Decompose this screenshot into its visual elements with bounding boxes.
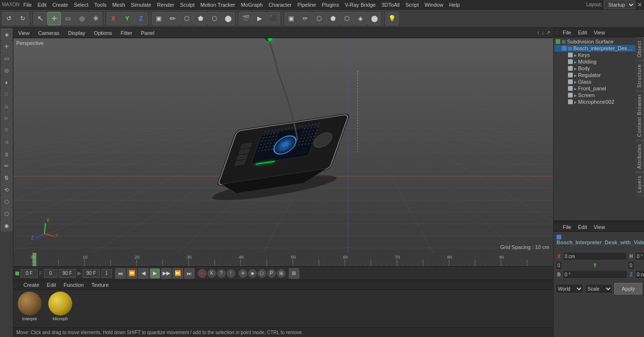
menu-item-tools[interactable]: Tools xyxy=(91,1,109,8)
mat-drag-handle[interactable]: :: xyxy=(15,283,18,287)
obj-tool-4[interactable]: ⬟ xyxy=(194,12,207,25)
current-frame-input[interactable] xyxy=(21,269,38,278)
coord-b-input-r[interactable] xyxy=(563,270,627,279)
vp-tab-view[interactable]: View xyxy=(16,29,32,37)
viewport[interactable]: Perspective Grid Spacing : 10 cm xyxy=(13,38,553,253)
close-icon[interactable]: ✕ xyxy=(637,1,642,8)
lt-hex1[interactable]: ⬡ xyxy=(1,196,12,207)
world-select[interactable]: World xyxy=(556,284,583,294)
timeline-ruler[interactable] xyxy=(13,253,553,266)
obj-tool-6[interactable]: ⬤ xyxy=(221,12,235,25)
attr-menu-file[interactable]: File xyxy=(561,224,573,230)
auto-key-btn[interactable]: K xyxy=(207,269,216,278)
add-tool[interactable]: ✙ xyxy=(89,12,102,25)
lt-poly[interactable]: ▲ xyxy=(1,76,12,88)
vtab-attributes[interactable]: Attributes xyxy=(635,141,644,172)
tree-item-keys[interactable]: ▸Keys●● xyxy=(555,52,643,58)
undo-button[interactable]: ↺ xyxy=(2,12,15,25)
coord-x-input[interactable] xyxy=(563,252,627,261)
tree-item-screen[interactable]: ▸Screen●● xyxy=(555,92,643,98)
rotate-tool[interactable]: ◎ xyxy=(75,12,88,25)
key-q-btn[interactable]: ? xyxy=(217,269,226,278)
menu-item-pipeline[interactable]: Pipeline xyxy=(295,1,319,8)
x-axis-btn[interactable]: X xyxy=(107,12,120,25)
material-swatch-microph[interactable]: Microph xyxy=(46,292,75,323)
vp-ctrl-1[interactable]: ↕ xyxy=(537,30,540,36)
lt-circ[interactable]: ◉ xyxy=(1,220,12,231)
attr-menu-view[interactable]: View xyxy=(592,224,607,230)
deform-btn[interactable]: ⬟ xyxy=(326,12,339,25)
apply-button[interactable]: Apply xyxy=(614,283,642,294)
frame-offset-input[interactable] xyxy=(44,269,57,278)
obj-tool-1[interactable]: ▣ xyxy=(152,12,165,25)
fps-val-input[interactable] xyxy=(101,269,112,278)
tree-item-microphone002[interactable]: ▸Microphone002●● xyxy=(555,98,643,105)
tree-item-molding[interactable]: ▸Molding●● xyxy=(555,58,643,65)
fps-end-input[interactable] xyxy=(83,269,100,278)
select-tool[interactable]: ↖ xyxy=(33,12,47,25)
field-btn[interactable]: ◈ xyxy=(354,12,367,25)
vp-ctrl-3[interactable]: ↗ xyxy=(546,30,550,36)
tree-item-body[interactable]: ▸Body●● xyxy=(555,65,643,72)
om-menu-edit[interactable]: Edit xyxy=(576,29,589,36)
mode-all-btn[interactable]: ✛ xyxy=(239,269,247,278)
effector-btn[interactable]: ⬡ xyxy=(340,12,353,25)
tree-item-regulator[interactable]: ▸Regulator●● xyxy=(555,72,643,78)
attr-menu-edit[interactable]: Edit xyxy=(576,224,589,230)
mode-grid-btn[interactable]: ⊞ xyxy=(277,269,285,278)
light-btn[interactable]: 💡 xyxy=(385,12,399,25)
lt-sel1[interactable]: ◁ xyxy=(1,136,12,148)
menu-item-simulate[interactable]: Simulate xyxy=(128,1,154,8)
menu-item-help[interactable]: Help xyxy=(446,1,463,8)
obj-tool-3[interactable]: ⬡ xyxy=(180,12,193,25)
next-1-btn[interactable]: ▶▶ xyxy=(161,268,172,279)
vp-tab-filter[interactable]: Filter xyxy=(119,29,134,37)
mat-menu-create[interactable]: Create xyxy=(22,282,41,288)
lt-model[interactable]: ◈ xyxy=(1,29,12,40)
mode-p-btn[interactable]: P xyxy=(267,269,276,278)
menu-item-3dtoall[interactable]: 3DToAll xyxy=(379,1,403,8)
expand-pb-btn[interactable]: ⊞ xyxy=(289,268,299,279)
lt-rotate[interactable]: ◎ xyxy=(1,65,12,76)
menu-item-window[interactable]: Window xyxy=(422,1,446,8)
om-menu-view[interactable]: View xyxy=(592,29,607,36)
vp-tab-display[interactable]: Display xyxy=(66,29,87,37)
lt-scale[interactable]: ▭ xyxy=(1,53,12,64)
menu-item-mograph[interactable]: MoGraph xyxy=(238,1,266,8)
lt-obj[interactable]: ▽ xyxy=(1,124,12,136)
layout-select[interactable]: Startup xyxy=(604,0,635,9)
vp-tab-options[interactable]: Options xyxy=(92,29,114,37)
scene-btn[interactable]: ⬤ xyxy=(368,12,381,25)
menu-item-v-ray-bridge[interactable]: V-Ray Bridge xyxy=(342,1,379,8)
prev-1-btn[interactable]: ◀ xyxy=(138,268,149,279)
goto-end-btn[interactable]: ⏭ xyxy=(184,268,195,279)
lt-anim[interactable]: ⧖ xyxy=(1,148,12,160)
tree-item-parent[interactable]: ⊞Bosch_interpreter_Desk_with_Vic●● xyxy=(555,45,643,52)
vp-tab-cameras[interactable]: Cameras xyxy=(36,29,62,37)
mode-sel-btn[interactable]: ■ xyxy=(248,269,257,278)
key-info-btn[interactable]: ! xyxy=(227,269,235,278)
obj-tool-5[interactable]: ⬡ xyxy=(207,12,221,25)
menu-item-edit[interactable]: Edit xyxy=(34,1,49,8)
next-frame-btn[interactable]: ⏩ xyxy=(173,268,183,279)
vp-ctrl-2[interactable]: ↓ xyxy=(542,30,545,36)
move-tool[interactable]: ✛ xyxy=(47,12,61,25)
coord-h-input[interactable] xyxy=(635,252,644,261)
lt-point[interactable]: △ xyxy=(1,100,12,112)
tree-item-glass[interactable]: ▸Glass●● xyxy=(555,78,643,85)
nurbs-btn[interactable]: ⬡ xyxy=(312,12,326,25)
render-btn-3[interactable]: ⬛ xyxy=(267,12,280,25)
menu-item-script[interactable]: Script xyxy=(403,1,422,8)
om-drag-handle[interactable]: :: xyxy=(556,30,558,35)
vtab-object[interactable]: Object xyxy=(635,37,644,61)
attr-drag-handle[interactable]: :: xyxy=(556,225,558,229)
mat-menu-function[interactable]: Function xyxy=(62,282,86,288)
lt-hex2[interactable]: ⬡ xyxy=(1,208,12,219)
spline-btn[interactable]: ✏ xyxy=(298,12,312,25)
vp-tab-panel[interactable]: Panel xyxy=(139,29,156,37)
menu-item-sculpt[interactable]: Sculpt xyxy=(177,1,197,8)
obj-tool-2[interactable]: ✏ xyxy=(166,12,179,25)
menu-item-file[interactable]: File xyxy=(21,1,35,8)
lt-move[interactable]: ✛ xyxy=(1,41,12,52)
menu-item-render[interactable]: Render xyxy=(154,1,177,8)
